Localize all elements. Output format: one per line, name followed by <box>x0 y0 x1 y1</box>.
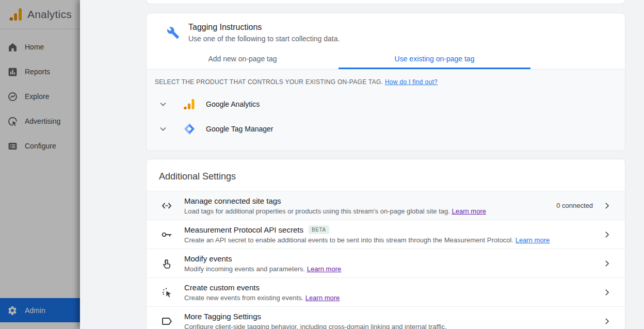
row-title: Create custom events <box>184 283 602 292</box>
row-description: Create new events from existing events. … <box>184 294 602 302</box>
key-icon <box>160 228 173 241</box>
row-measurement-protocol-api-secrets[interactable]: Measurement Protocol API secrets BETA Cr… <box>147 220 625 249</box>
chevron-down-icon[interactable] <box>158 99 168 109</box>
learn-more-link[interactable]: Learn more <box>516 236 550 244</box>
product-row-google-tag-manager[interactable]: Google Tag Manager <box>155 117 617 141</box>
how-do-i-find-out-link[interactable]: How do I find out? <box>385 78 438 86</box>
tab-add-new-on-page-tag[interactable]: Add new on-page tag <box>147 50 339 69</box>
previous-card-edge <box>146 0 625 4</box>
row-description: Modify incoming events and parameters. L… <box>184 265 602 273</box>
chevron-right-icon[interactable] <box>602 230 611 239</box>
tab-use-existing-on-page-tag[interactable]: Use existing on-page tag <box>339 50 530 69</box>
instruction-text: SELECT THE PRODUCT THAT CONTROLS YOUR EX… <box>155 78 383 86</box>
connected-tags-icon <box>160 200 173 212</box>
connected-count: 0 connected <box>556 202 593 209</box>
row-create-custom-events[interactable]: Create custom events Create new events f… <box>147 277 625 306</box>
google-tag-manager-icon <box>183 123 196 135</box>
row-title: Modify events <box>184 254 602 263</box>
backdrop-scrim[interactable] <box>0 0 80 329</box>
label-icon <box>160 315 173 327</box>
row-manage-connected-site-tags[interactable]: Manage connected site tags Load tags for… <box>147 191 625 220</box>
row-description: Create an API secret to enable additiona… <box>184 236 602 244</box>
existing-tag-section: SELECT THE PRODUCT THAT CONTROLS YOUR EX… <box>147 70 625 151</box>
select-product-instruction: SELECT THE PRODUCT THAT CONTROLS YOUR EX… <box>155 78 617 86</box>
screen: Analytics Home Reports <box>0 0 644 329</box>
sidebar: Analytics Home Reports <box>0 0 80 329</box>
beta-badge: BETA <box>309 225 329 234</box>
row-description: Configure client-side tagging behavior, … <box>184 323 602 329</box>
additional-settings-card: Additional Settings Manage connected sit… <box>146 159 625 329</box>
tag-tabs: Add new on-page tag Use existing on-page… <box>147 50 625 70</box>
product-row-google-analytics[interactable]: Google Analytics <box>155 92 617 117</box>
product-name: Google Analytics <box>206 100 260 108</box>
chevron-right-icon[interactable] <box>602 317 611 326</box>
touch-icon <box>160 257 173 270</box>
google-analytics-icon <box>183 98 196 110</box>
row-title: Measurement Protocol API secrets <box>184 225 303 234</box>
tagging-instructions-card: Tagging Instructions Use one of the foll… <box>146 13 625 151</box>
card-title: Tagging Instructions <box>188 23 340 32</box>
cursor-sparks-icon <box>160 286 173 299</box>
learn-more-link[interactable]: Learn more <box>452 207 486 215</box>
card-subtitle: Use one of the following to start collec… <box>188 35 340 43</box>
learn-more-link[interactable]: Learn more <box>307 265 341 273</box>
learn-more-link[interactable]: Learn more <box>305 294 340 302</box>
row-modify-events[interactable]: Modify events Modify incoming events and… <box>147 249 625 277</box>
card-title: Additional Settings <box>147 159 625 191</box>
chevron-right-icon[interactable] <box>602 259 611 268</box>
chevron-right-icon[interactable] <box>602 288 611 297</box>
row-description: Load tags for additional properties or p… <box>184 207 556 215</box>
row-title: Manage connected site tags <box>184 196 556 205</box>
wrench-icon <box>167 26 180 39</box>
product-name: Google Tag Manager <box>206 125 273 133</box>
stream-details-panel: Tagging Instructions Use one of the foll… <box>80 0 644 329</box>
row-title: More Tagging Settings <box>184 312 602 321</box>
chevron-down-icon[interactable] <box>158 124 168 134</box>
tagging-card-header: Tagging Instructions Use one of the foll… <box>147 13 625 43</box>
chevron-right-icon[interactable] <box>602 201 611 210</box>
row-more-tagging-settings[interactable]: More Tagging Settings Configure client-s… <box>147 306 625 329</box>
